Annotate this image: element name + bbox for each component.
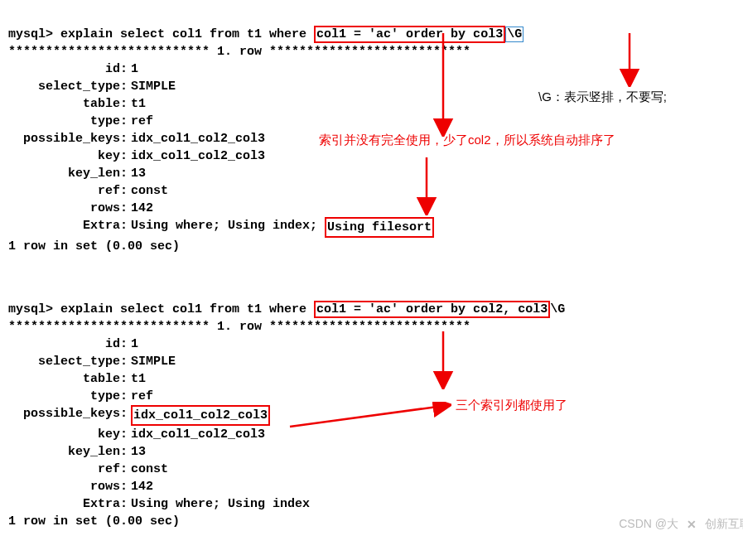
field-val-extra: Using where; Using index: [131, 495, 310, 513]
field-label-possible_keys: possible_keys: [8, 405, 120, 426]
row-separator: *************************** 1. row *****…: [8, 320, 470, 334]
field-label-key: key: [8, 426, 120, 443]
sql-cmd-prefix: explain select col1 from t1 where: [60, 27, 314, 41]
field-val-key: idx_col1_col2_col3: [131, 426, 265, 443]
using-filesort-box: Using filesort: [325, 217, 434, 238]
field-val-select_type: SIMPLE: [131, 353, 176, 370]
field-label-key: key: [8, 147, 120, 165]
watermark: CSDN @大 ✕ 创新互联: [619, 514, 743, 534]
prompt: mysql>: [8, 302, 53, 316]
field-label-table: table: [8, 95, 120, 113]
result-footer: 1 row in set (0.00 sec): [8, 239, 180, 253]
field-val-extra-prefix: Using where; Using index;: [131, 217, 325, 238]
field-val-ref: const: [131, 182, 168, 200]
field-label-ref: ref: [8, 182, 120, 200]
field-label-id: id: [8, 336, 120, 353]
sql-cmd-prefix: explain select col1 from t1 where: [60, 302, 314, 316]
field-label-key_len: key_len: [8, 165, 120, 182]
field-val-id: 1: [131, 60, 138, 78]
field-val-type: ref: [131, 388, 153, 405]
field-label-rows: rows: [8, 478, 120, 495]
field-val-rows: 142: [131, 200, 153, 217]
watermark-logo-icon: ✕: [682, 514, 702, 534]
watermark-text-1: CSDN @大: [619, 517, 678, 532]
field-val-id: 1: [131, 336, 138, 353]
possible-keys-box: idx_col1_col2_col3: [131, 405, 270, 426]
field-label-id: id: [8, 60, 120, 78]
field-val-possible_keys: idx_col1_col2_col3: [131, 130, 265, 147]
g-switch: \G: [550, 302, 565, 316]
index-incomplete-annotation: 索引并没有完全使用，少了col2，所以系统自动排序了: [319, 133, 615, 148]
where-order-clause: col1 = 'ac' order by col2, col3: [314, 301, 550, 318]
g-annotation: \G：表示竖排，不要写;: [538, 89, 667, 105]
all-indexes-used-annotation: 三个索引列都使用了: [456, 398, 567, 413]
field-label-extra: Extra: [8, 217, 120, 238]
terminal-block-1: mysql> explain select col1 from t1 where…: [8, 8, 743, 255]
where-order-clause: col1 = 'ac' order by col3: [314, 26, 505, 43]
field-label-rows: rows: [8, 200, 120, 217]
field-val-key_len: 13: [131, 165, 146, 182]
field-val-table: t1: [131, 95, 146, 113]
watermark-text-2: 创新互联: [705, 517, 743, 532]
row-separator: *************************** 1. row *****…: [8, 45, 470, 59]
field-label-key_len: key_len: [8, 443, 120, 461]
field-val-ref: const: [131, 461, 168, 478]
field-val-key_len: 13: [131, 443, 146, 461]
field-label-table: table: [8, 370, 120, 388]
field-label-select_type: select_type: [8, 353, 120, 370]
terminal-block-2: mysql> explain select col1 from t1 where…: [8, 283, 743, 530]
field-label-type: type: [8, 113, 120, 130]
field-label-ref: ref: [8, 461, 120, 478]
field-label-select_type: select_type: [8, 78, 120, 95]
result-footer: 1 row in set (0.00 sec): [8, 514, 180, 529]
g-switch: \G: [505, 27, 523, 42]
field-val-rows: 142: [131, 478, 153, 495]
field-val-type: ref: [131, 113, 153, 130]
field-label-type: type: [8, 388, 120, 405]
field-val-table: t1: [131, 370, 146, 388]
field-val-key: idx_col1_col2_col3: [131, 147, 265, 165]
field-label-extra: Extra: [8, 495, 120, 513]
field-label-possible_keys: possible_keys: [8, 130, 120, 147]
field-val-select_type: SIMPLE: [131, 78, 176, 95]
prompt: mysql>: [8, 27, 53, 41]
